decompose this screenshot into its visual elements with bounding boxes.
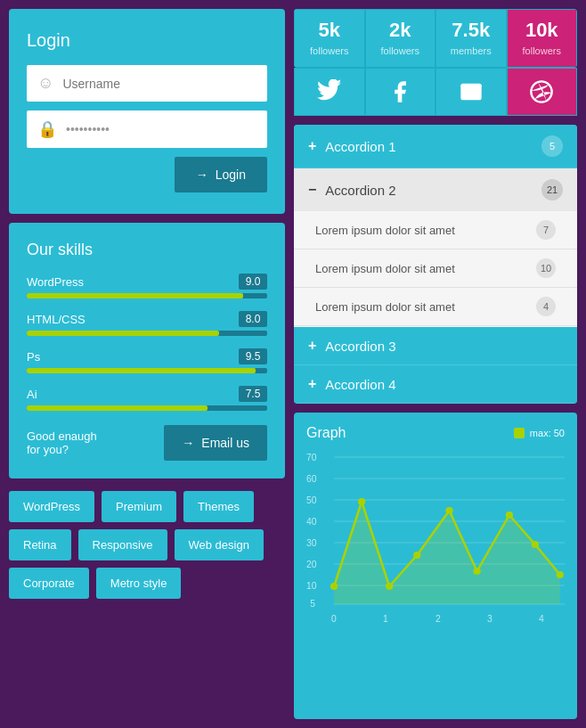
accordion-sub-item: Lorem ipsum dolor sit amet 7 xyxy=(294,211,577,249)
skill-score: 9.5 xyxy=(239,348,267,364)
username-input-group: ☺ xyxy=(27,65,267,102)
skill-row: HTML/CSS 8.0 xyxy=(27,311,267,336)
skill-fill xyxy=(27,405,208,411)
accordion-badge: 21 xyxy=(541,179,563,200)
user-icon: ☺ xyxy=(37,74,53,93)
svg-text:40: 40 xyxy=(306,517,317,527)
accordion-sub-label: Lorem ipsum dolor sit amet xyxy=(315,300,536,314)
skill-track xyxy=(27,368,267,373)
accordion-sub-label: Lorem ipsum dolor sit amet xyxy=(315,262,536,275)
legend-dot xyxy=(514,428,525,438)
skill-row: WordPress 9.0 xyxy=(27,274,267,299)
social-icons-row xyxy=(294,68,577,116)
tag[interactable]: Premium xyxy=(102,491,176,522)
skill-name: HTML/CSS xyxy=(27,313,239,326)
accordion-sub-item: Lorem ipsum dolor sit amet 4 xyxy=(294,288,577,326)
password-input[interactable] xyxy=(66,122,256,136)
skill-track xyxy=(27,293,267,299)
stat-label: followers xyxy=(523,45,561,56)
stat-label: members xyxy=(451,45,492,56)
tag[interactable]: Web design xyxy=(175,529,264,560)
svg-text:4: 4 xyxy=(539,614,544,624)
svg-point-25 xyxy=(386,583,393,590)
social-icon-email[interactable] xyxy=(435,68,507,116)
svg-text:5: 5 xyxy=(310,599,315,609)
social-stats-section: 5kfollowers2kfollowers7.5kmembers10kfoll… xyxy=(294,9,577,116)
svg-text:70: 70 xyxy=(306,453,317,462)
skills-footer-text: Good enaughfor you? xyxy=(27,429,97,456)
accordion-header-1[interactable]: + Accordion 1 5 xyxy=(294,125,577,168)
accordion-header-3[interactable]: + Accordion 3 xyxy=(294,327,577,364)
stat-cell: 10kfollowers xyxy=(507,9,578,68)
graph-header: Graph max: 50 xyxy=(306,425,565,441)
tags-panel: WordPressPremiumThemesRetinaResponsiveWe… xyxy=(9,487,285,602)
tag[interactable]: Metro style xyxy=(96,568,182,599)
svg-text:3: 3 xyxy=(487,614,492,624)
tag[interactable]: Corporate xyxy=(9,568,89,599)
stat-number: 5k xyxy=(300,19,359,42)
svg-point-31 xyxy=(557,571,564,578)
email-button[interactable]: → Email us xyxy=(164,425,267,461)
stat-cell: 5kfollowers xyxy=(294,9,365,68)
svg-text:0: 0 xyxy=(331,614,337,624)
accordion-item-2: − Accordion 2 21 Lorem ipsum dolor sit a… xyxy=(294,168,577,327)
stat-number: 7.5k xyxy=(442,19,501,42)
svg-point-0 xyxy=(532,81,552,102)
accordion-panel: + Accordion 1 5 − Accordion 2 21 Lorem i… xyxy=(294,125,577,404)
accordion-item-3: + Accordion 3 xyxy=(294,327,577,365)
skill-fill xyxy=(27,293,243,299)
accordion-item-1: + Accordion 1 5 xyxy=(294,125,577,168)
svg-point-27 xyxy=(445,507,452,514)
graph-title: Graph xyxy=(306,425,346,441)
accordion-sub-badge: 7 xyxy=(536,220,556,240)
social-icon-dribbble[interactable] xyxy=(507,68,578,116)
tag[interactable]: Themes xyxy=(183,491,254,522)
login-btn-row: → Login xyxy=(27,157,267,192)
username-input[interactable] xyxy=(62,77,256,91)
accordion-sub-label: Lorem ipsum dolor sit amet xyxy=(315,224,536,237)
arrow-right-icon: → xyxy=(196,168,208,182)
skill-row: Ps 9.5 xyxy=(27,348,267,373)
skills-footer: Good enaughfor you? → Email us xyxy=(27,425,267,461)
left-column: Login ☺ 🔒 → Login Our skills WordPress 9… xyxy=(9,9,285,719)
accordion-sub-badge: 4 xyxy=(536,297,556,316)
skill-fill xyxy=(27,331,219,336)
skill-name: Ps xyxy=(27,350,239,364)
password-input-group: 🔒 xyxy=(27,110,267,148)
skill-fill xyxy=(27,368,256,373)
svg-text:30: 30 xyxy=(306,538,317,548)
login-panel: Login ☺ 🔒 → Login xyxy=(9,9,285,214)
graph-svg: 70 60 50 40 30 20 10 5 0 1 2 3 4 xyxy=(306,448,565,626)
svg-point-23 xyxy=(330,583,338,590)
login-button[interactable]: → Login xyxy=(175,157,267,192)
skill-row: Ai 7.5 xyxy=(27,386,267,411)
social-icon-twitter[interactable] xyxy=(294,68,365,116)
skill-name: Ai xyxy=(27,388,239,401)
social-icon-facebook[interactable] xyxy=(365,68,436,116)
tag[interactable]: Responsive xyxy=(78,529,167,560)
accordion-header-2[interactable]: − Accordion 2 21 xyxy=(294,168,577,211)
stat-cell: 7.5kmembers xyxy=(435,9,507,68)
svg-text:1: 1 xyxy=(383,614,388,624)
svg-text:50: 50 xyxy=(306,495,317,505)
stat-cell: 2kfollowers xyxy=(365,9,436,68)
right-column: 5kfollowers2kfollowers7.5kmembers10kfoll… xyxy=(294,9,577,719)
arrow-right-icon: → xyxy=(182,436,194,450)
svg-point-24 xyxy=(358,498,365,505)
svg-text:60: 60 xyxy=(306,474,317,484)
skill-track xyxy=(27,331,267,336)
stat-number: 10k xyxy=(513,19,572,42)
graph-panel: Graph max: 50 70 60 50 40 xyxy=(294,413,577,719)
accordion-toggle-icon: + xyxy=(308,376,316,392)
legend-label: max: 50 xyxy=(530,428,565,438)
accordion-toggle-icon: + xyxy=(308,138,316,154)
svg-point-30 xyxy=(532,541,539,548)
graph-legend: max: 50 xyxy=(514,428,565,438)
svg-text:2: 2 xyxy=(435,614,441,624)
accordion-label: Accordion 3 xyxy=(325,339,563,354)
tag[interactable]: Retina xyxy=(9,529,71,560)
tag[interactable]: WordPress xyxy=(9,491,94,522)
svg-point-26 xyxy=(413,552,420,559)
accordion-header-4[interactable]: + Accordion 4 xyxy=(294,365,577,403)
svg-text:20: 20 xyxy=(306,560,317,569)
